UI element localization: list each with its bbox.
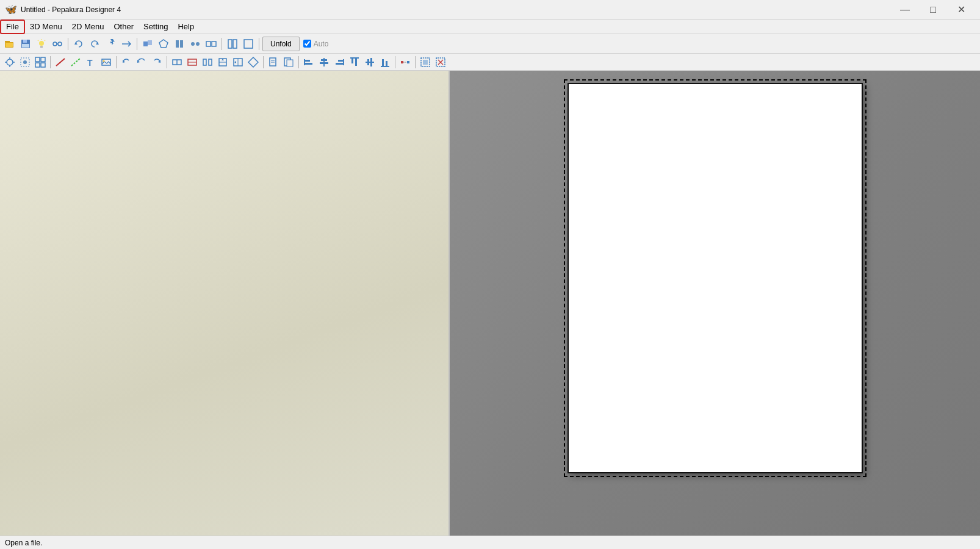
obj3-button[interactable]	[172, 37, 187, 51]
menu-file[interactable]: File	[0, 20, 25, 34]
view2-button[interactable]	[241, 37, 256, 51]
menu-3dmenu[interactable]: 3D Menu	[25, 20, 67, 34]
select-tool-button[interactable]	[2, 55, 17, 70]
view1-icon	[227, 38, 238, 49]
svg-rect-5	[22, 44, 29, 48]
svg-marker-19	[159, 40, 168, 48]
move-button[interactable]	[103, 37, 118, 51]
svg-point-44	[103, 60, 105, 62]
obj5-button[interactable]	[204, 37, 218, 51]
fold6-button[interactable]	[246, 55, 261, 70]
svg-rect-0	[5, 41, 10, 42]
page2-icon	[283, 57, 294, 68]
page1-icon	[268, 57, 279, 68]
view1-button[interactable]	[225, 37, 240, 51]
svg-rect-88	[423, 60, 428, 65]
align5-button[interactable]	[362, 55, 377, 70]
fold1-button[interactable]	[170, 55, 184, 70]
select2-tool-button[interactable]	[18, 55, 32, 70]
svg-marker-60	[248, 57, 258, 67]
sel2-button[interactable]	[433, 55, 448, 70]
undo2-button[interactable]	[134, 55, 149, 70]
svg-rect-20	[176, 40, 179, 48]
fold5-button[interactable]	[231, 55, 245, 70]
minimize-button[interactable]: —	[891, 0, 919, 20]
svg-text:T: T	[87, 58, 93, 68]
save-icon	[20, 38, 31, 49]
svg-line-9	[45, 40, 45, 41]
page1-button[interactable]	[266, 55, 281, 70]
obj4-button[interactable]	[188, 37, 203, 51]
connect-button[interactable]	[50, 37, 65, 51]
align4-button[interactable]	[347, 55, 362, 70]
align4-icon	[349, 57, 360, 68]
maximize-button[interactable]: □	[919, 0, 947, 20]
group-button[interactable]	[33, 55, 48, 70]
align1-button[interactable]	[301, 55, 316, 70]
fold6-icon	[248, 57, 259, 68]
tb2-sep5	[298, 56, 299, 68]
svg-rect-18	[148, 40, 152, 45]
svg-marker-16	[110, 39, 115, 45]
svg-rect-73	[338, 60, 343, 62]
text-tool-button[interactable]: T	[84, 55, 98, 70]
svg-rect-79	[367, 59, 369, 65]
open-button[interactable]	[2, 37, 17, 51]
page2-button[interactable]	[281, 55, 296, 70]
svg-rect-52	[203, 59, 206, 65]
auto-label[interactable]: Auto	[303, 40, 329, 48]
separator2	[137, 38, 137, 50]
align6-button[interactable]	[378, 55, 392, 70]
save-button[interactable]	[18, 37, 33, 51]
rotate-right-button[interactable]	[87, 37, 102, 51]
status-text: Open a file.	[5, 539, 42, 547]
svg-rect-2	[5, 43, 13, 47]
menu-other[interactable]: Other	[109, 20, 139, 34]
view2-icon	[243, 38, 254, 49]
undo-button[interactable]	[119, 55, 134, 70]
edge1-button[interactable]	[53, 55, 68, 70]
fold2-button[interactable]	[185, 55, 200, 70]
svg-rect-38	[35, 63, 40, 67]
unfold-button[interactable]: Unfold	[262, 37, 300, 51]
tb2-sep3	[167, 56, 167, 68]
fold2-icon	[187, 57, 198, 68]
svg-line-10	[38, 40, 38, 41]
menu-help[interactable]: Help	[173, 20, 199, 34]
snap-button[interactable]	[398, 55, 413, 70]
3d-view-background	[0, 71, 449, 536]
auto-checkbox[interactable]	[303, 40, 311, 48]
svg-rect-4	[23, 40, 27, 43]
toolbar1: Unfold Auto	[0, 34, 980, 54]
rotate-left-button[interactable]	[71, 37, 86, 51]
arrow2-button[interactable]	[119, 37, 134, 51]
close-button[interactable]: ✕	[947, 0, 975, 20]
svg-rect-84	[401, 61, 403, 63]
redo-button[interactable]	[150, 55, 164, 70]
fold4-icon	[217, 57, 228, 68]
obj3-icon	[174, 38, 185, 49]
sel1-button[interactable]	[418, 55, 433, 70]
fold4-button[interactable]	[215, 55, 230, 70]
svg-rect-24	[206, 41, 211, 46]
rotate-right-icon	[89, 38, 100, 49]
image-tool-button[interactable]	[99, 55, 113, 70]
light-button[interactable]	[34, 37, 49, 51]
fold3-button[interactable]	[200, 55, 215, 70]
align3-button[interactable]	[332, 55, 347, 70]
svg-rect-67	[305, 60, 310, 62]
menu-2dmenu[interactable]: 2D Menu	[67, 20, 109, 34]
menu-setting[interactable]: Setting	[139, 20, 173, 34]
align2-icon	[319, 57, 330, 68]
svg-rect-53	[209, 59, 212, 65]
svg-rect-70	[321, 59, 327, 61]
group-icon	[35, 57, 46, 68]
edge2-icon	[70, 57, 81, 68]
obj1-button[interactable]	[140, 37, 155, 51]
align2-button[interactable]	[317, 55, 331, 70]
svg-rect-85	[407, 61, 409, 63]
edge2-button[interactable]	[68, 55, 83, 70]
obj2-button[interactable]	[156, 37, 171, 51]
fold5-icon	[232, 57, 243, 68]
undo-icon	[121, 57, 132, 68]
